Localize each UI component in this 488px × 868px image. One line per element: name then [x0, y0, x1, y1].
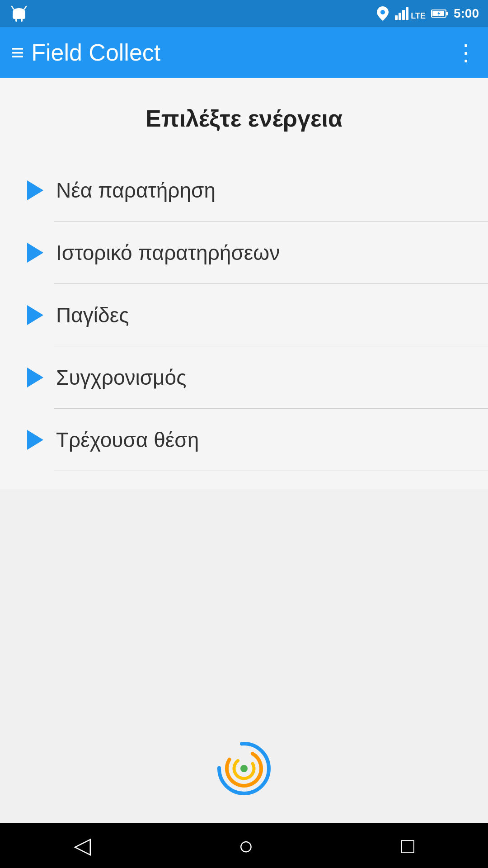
- play-arrow-icon-3: [27, 305, 43, 325]
- play-arrow-icon-2: [27, 243, 43, 263]
- app-title: Field Collect: [31, 39, 160, 66]
- battery-icon: [431, 9, 448, 19]
- page-heading: Επιλέξτε ενέργεια: [0, 96, 488, 141]
- menu-item-label-4: Συγχρονισμός: [56, 365, 186, 390]
- status-time: 5:00: [454, 6, 479, 21]
- location-icon: [376, 5, 389, 22]
- svg-point-11: [240, 765, 248, 772]
- recents-button[interactable]: □: [401, 833, 414, 858]
- svg-line-3: [24, 6, 26, 9]
- play-arrow-icon-1: [27, 180, 43, 200]
- play-arrow-icon-5: [27, 430, 43, 450]
- app-bar-left: ≡ Field Collect: [11, 39, 160, 66]
- svg-rect-7: [446, 12, 448, 15]
- menu-item-current-position[interactable]: Τρέχουσα θέση: [0, 409, 488, 471]
- menu-item-label-5: Τρέχουσα θέση: [56, 428, 199, 452]
- android-icon: [9, 4, 29, 24]
- back-button[interactable]: ◁: [74, 832, 91, 859]
- home-button[interactable]: ○: [239, 831, 254, 860]
- menu-item-label-2: Ιστορικό παρατηρήσεων: [56, 241, 280, 265]
- menu-item-new-observation[interactable]: Νέα παρατήρηση: [0, 159, 488, 222]
- status-bar-left: [9, 4, 29, 24]
- svg-point-4: [380, 10, 385, 14]
- menu-item-sync[interactable]: Συγχρονισμός: [0, 346, 488, 409]
- menu-list: Νέα παρατήρηση Ιστορικό παρατηρήσεων Παγ…: [0, 159, 488, 471]
- status-bar: LTE 5:00: [0, 0, 488, 27]
- menu-item-label-3: Παγίδες: [56, 303, 129, 327]
- status-bar-right: LTE 5:00: [376, 5, 479, 22]
- menu-item-history[interactable]: Ιστορικό παρατηρήσεων: [0, 222, 488, 284]
- more-options-button[interactable]: ⋮: [455, 39, 477, 66]
- svg-line-2: [12, 6, 14, 9]
- hamburger-menu-button[interactable]: ≡: [11, 39, 24, 66]
- menu-item-label-1: Νέα παρατήρηση: [56, 178, 216, 203]
- app-logo: [217, 741, 271, 796]
- menu-item-traps[interactable]: Παγίδες: [0, 284, 488, 346]
- signal-lte-icon: LTE: [395, 7, 426, 20]
- app-bar: ≡ Field Collect ⋮: [0, 27, 488, 78]
- main-content: Επιλέξτε ενέργεια Νέα παρατήρηση Ιστορικ…: [0, 78, 488, 489]
- nav-bar: ◁ ○ □: [0, 823, 488, 868]
- play-arrow-icon-4: [27, 368, 43, 387]
